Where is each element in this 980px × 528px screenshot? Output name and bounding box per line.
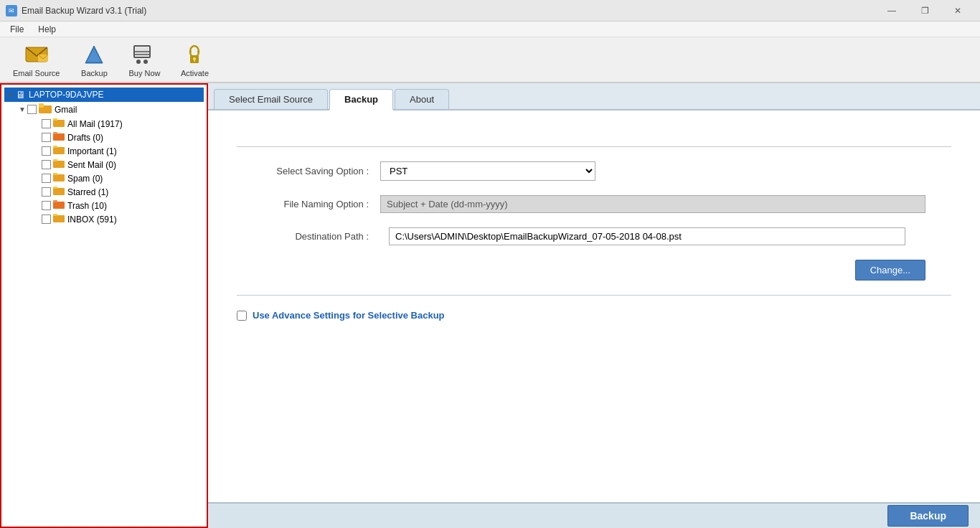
tree-container: ▼ 🖥 LAPTOP-9DAJVPE ▼ Gmail [1, 85, 207, 229]
saving-option-label: Select Saving Option : [237, 166, 380, 176]
svg-rect-20 [39, 103, 44, 106]
main-content: ▼ 🖥 LAPTOP-9DAJVPE ▼ Gmail [0, 83, 980, 528]
tree-important[interactable]: Important (1) [30, 144, 204, 158]
svg-rect-23 [53, 133, 65, 141]
svg-rect-25 [53, 147, 65, 154]
destination-path-input[interactable] [389, 227, 905, 245]
allmail-folder-icon [53, 118, 65, 129]
gmail-children: All Mail (1917) Drafts (0) [16, 117, 204, 226]
tab-content-backup: Select Saving Option : PST EML MSG MBOX … [208, 110, 980, 502]
tree-sentmail[interactable]: Sent Mail (0) [30, 158, 204, 171]
advanced-settings-checkbox[interactable] [237, 311, 247, 321]
destination-path-label: Destination Path : [237, 231, 380, 242]
backup-button[interactable]: Backup [887, 505, 969, 527]
file-naming-control [380, 195, 925, 213]
folder-tree-panel: ▼ 🖥 LAPTOP-9DAJVPE ▼ Gmail [0, 83, 208, 528]
minimize-button[interactable]: — [875, 0, 908, 22]
saving-option-select[interactable]: PST EML MSG MBOX PDF HTML [380, 161, 595, 181]
svg-rect-32 [53, 187, 57, 189]
menu-help[interactable]: Help [31, 23, 63, 36]
inbox-checkbox[interactable] [42, 214, 51, 224]
svg-rect-30 [53, 173, 57, 175]
svg-rect-31 [53, 188, 65, 195]
backup-label: Backup [81, 69, 108, 77]
tree-gmail[interactable]: ▼ Gmail [16, 102, 204, 117]
buynow-label: Buy Now [128, 69, 160, 77]
middle-divider [237, 295, 951, 296]
sentmail-folder-icon [53, 159, 65, 170]
backup-icon [81, 42, 107, 67]
drafts-label: Drafts (0) [67, 133, 202, 143]
svg-rect-35 [53, 215, 65, 222]
allmail-checkbox[interactable] [42, 119, 51, 128]
tree-starred[interactable]: Starred (1) [30, 185, 204, 199]
svg-rect-22 [53, 118, 57, 121]
important-label: Important (1) [67, 146, 202, 156]
file-naming-label: File Naming Option : [237, 199, 380, 209]
tree-drafts[interactable]: Drafts (0) [30, 131, 204, 144]
svg-rect-36 [53, 214, 57, 216]
email-source-icon [24, 42, 50, 67]
tree-root[interactable]: ▼ 🖥 LAPTOP-9DAJVPE [4, 88, 204, 102]
important-folder-icon [53, 146, 65, 156]
title-bar: ✉ Email Backup Wizard v3.1 (Trial) — ❐ ✕ [0, 0, 980, 22]
gmail-label: Gmail [55, 105, 202, 115]
expand-root-icon: ▼ [6, 91, 16, 99]
file-naming-row: File Naming Option : [237, 195, 951, 213]
menu-file[interactable]: File [3, 23, 31, 36]
menu-bar: File Help [0, 22, 980, 37]
svg-rect-28 [53, 159, 57, 161]
tab-about[interactable]: About [395, 89, 449, 109]
file-naming-input [380, 195, 925, 213]
starred-checkbox[interactable] [42, 187, 51, 197]
toolbar-backup-button[interactable]: Backup [72, 39, 116, 80]
destination-path-row: Destination Path : [237, 227, 951, 245]
spam-checkbox[interactable] [42, 174, 51, 183]
drafts-folder-icon [53, 132, 65, 143]
starred-folder-icon [53, 187, 65, 197]
change-btn-row: Change... [237, 260, 925, 280]
maximize-button[interactable]: ❐ [908, 0, 941, 22]
drafts-checkbox[interactable] [42, 133, 51, 142]
toolbar-email-source-button[interactable]: Email Source [6, 39, 67, 80]
email-source-label: Email Source [13, 69, 60, 77]
inbox-folder-icon [53, 214, 65, 225]
toolbar: Email Source Backup Buy Now [0, 37, 980, 83]
buynow-icon [131, 42, 157, 67]
svg-rect-21 [53, 120, 65, 127]
important-checkbox[interactable] [42, 146, 51, 156]
trash-checkbox[interactable] [42, 201, 51, 210]
tree-inbox[interactable]: INBOX (591) [30, 212, 204, 226]
svg-rect-34 [53, 200, 57, 202]
tree-spam[interactable]: Spam (0) [30, 171, 204, 185]
sentmail-checkbox[interactable] [42, 160, 51, 169]
saving-option-row: Select Saving Option : PST EML MSG MBOX … [237, 161, 951, 181]
svg-point-12 [193, 57, 196, 60]
starred-label: Starred (1) [67, 187, 202, 197]
svg-rect-24 [53, 132, 57, 134]
toolbar-buynow-button[interactable]: Buy Now [121, 39, 167, 80]
sentmail-label: Sent Mail (0) [67, 160, 202, 170]
top-divider [237, 146, 951, 147]
gmail-folder-icon [39, 103, 52, 116]
tab-backup[interactable]: Backup [329, 89, 393, 110]
svg-rect-26 [53, 146, 57, 148]
tabs-bar: Select Email Source Backup About [208, 83, 980, 110]
activate-icon [182, 42, 207, 67]
svg-point-7 [143, 60, 148, 64]
advanced-settings-row: Use Advance Settings for Selective Backu… [237, 310, 951, 321]
app-icon: ✉ [6, 5, 17, 16]
expand-gmail-icon: ▼ [17, 105, 27, 113]
close-button[interactable]: ✕ [941, 0, 974, 22]
tree-allmail[interactable]: All Mail (1917) [30, 117, 204, 131]
advanced-settings-label[interactable]: Use Advance Settings for Selective Backu… [253, 310, 445, 321]
change-button[interactable]: Change... [855, 260, 925, 280]
toolbar-activate-button[interactable]: Activate [173, 39, 216, 80]
tab-select-email-source[interactable]: Select Email Source [214, 89, 328, 109]
bottom-bar: Backup [208, 502, 980, 528]
gmail-checkbox[interactable] [27, 105, 37, 114]
spam-folder-icon [53, 173, 65, 184]
tree-root-label: LAPTOP-9DAJVPE [29, 90, 202, 100]
app-title: Email Backup Wizard v3.1 (Trial) [22, 6, 146, 16]
tree-trash[interactable]: Trash (10) [30, 199, 204, 212]
